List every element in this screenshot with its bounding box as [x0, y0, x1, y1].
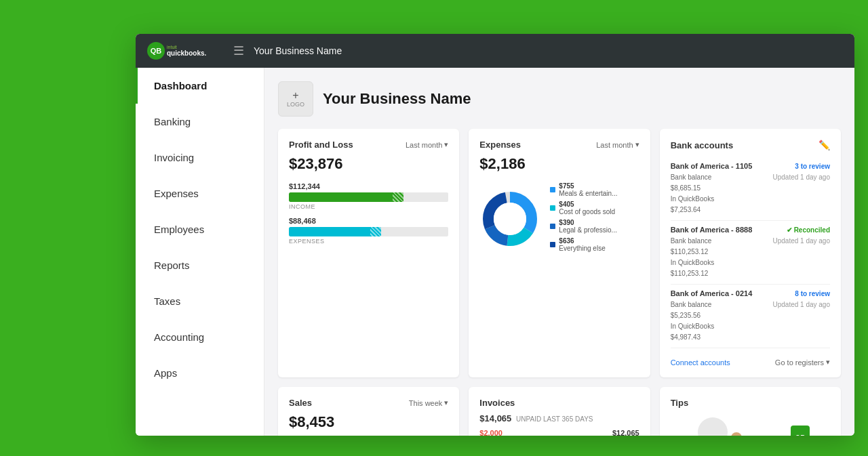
income-bar-track: [289, 192, 448, 202]
income-bar-row: $112,344 INCOME: [289, 182, 448, 210]
sales-period[interactable]: This week ▾: [409, 398, 449, 407]
bank-name-2: Bank of America - 8888: [671, 226, 753, 234]
expenses-donut-chart: [479, 188, 540, 249]
svg-point-29: [698, 417, 728, 436]
invoices-title: Invoices: [479, 398, 515, 408]
sidebar-item-apps[interactable]: Apps: [136, 355, 264, 391]
income-value: $112,344: [289, 182, 320, 190]
sidebar-item-invoicing[interactable]: Invoicing: [136, 140, 264, 175]
content-business-name: Your Business Name: [323, 90, 471, 108]
bank-title: Bank accounts: [671, 140, 733, 150]
bank-review-link-1[interactable]: 3 to review: [795, 163, 830, 170]
sidebar-item-taxes[interactable]: Taxes: [136, 283, 264, 319]
legend-dot-1: [550, 187, 555, 192]
sidebar-item-accounting[interactable]: Accounting: [136, 319, 264, 355]
bank-review-link-3[interactable]: 8 to review: [795, 290, 830, 297]
sidebar-item-dashboard[interactable]: Dashboard: [136, 68, 264, 104]
invoices-unpaid-amount: $14,065: [479, 413, 511, 423]
pnl-card-header: Profit and Loss Last month ▾: [289, 140, 448, 150]
expenses-bar-row: $88,468 EXPENSES: [289, 217, 448, 245]
bank-balance-label-1: Bank balance: [671, 172, 714, 183]
bank-updated-2: Updated 1 day ago: [772, 236, 830, 279]
legend-dot-3: [550, 224, 555, 229]
pnl-bars: $112,344 INCOME $88,468: [289, 182, 448, 245]
logo-placeholder[interactable]: + LOGO: [278, 81, 313, 117]
tips-svg: QB: [682, 412, 818, 436]
checkmark-icon: ✔: [787, 226, 792, 234]
content-header: + LOGO Your Business Name: [278, 81, 841, 117]
app-window: QB intuit quickbooks. ☰ Your Business Na…: [136, 34, 854, 436]
chevron-down-icon: ▾: [826, 358, 830, 367]
sidebar-item-reports[interactable]: Reports: [136, 247, 264, 283]
tips-title: Tips: [671, 398, 689, 408]
bank-balance-3: $5,235.56: [671, 310, 714, 321]
main-content: + LOGO Your Business Name Profit and Los…: [264, 68, 854, 436]
pnl-title: Profit and Loss: [289, 140, 353, 150]
hamburger-icon[interactable]: ☰: [233, 43, 244, 58]
expenses-card: Expenses Last month ▾ $2,186: [469, 129, 650, 377]
bank-balance-2: $110,253.12: [671, 247, 714, 257]
legend-item-2: $405 Cost of goods sold: [550, 201, 617, 215]
bank-account-item-1: Bank of America - 1105 3 to review Bank …: [671, 157, 830, 221]
chevron-down-icon: ▾: [444, 140, 448, 149]
income-bar-fill: [289, 192, 403, 202]
sales-amount: $8,453: [289, 413, 448, 431]
bank-updated-3: Updated 1 day ago: [772, 299, 830, 343]
qb-label-1: In QuickBooks: [671, 194, 714, 205]
pnl-period[interactable]: Last month ▾: [406, 140, 448, 149]
invoices-unpaid-section: $14,065 UNPAID LAST 365 DAYS: [479, 413, 639, 423]
chevron-down-icon: ▾: [444, 398, 448, 407]
qb-balance-1: $7,253.64: [671, 205, 714, 215]
sidebar-item-banking[interactable]: Banking: [136, 104, 264, 140]
tips-card-header: Tips: [671, 398, 830, 408]
nav-business-name: Your Business Name: [254, 45, 342, 56]
edit-icon[interactable]: ✏️: [818, 140, 830, 150]
sales-card-header: Sales This week ▾: [289, 398, 448, 408]
bank-balance-label-3: Bank balance: [671, 299, 714, 310]
expenses-card-header: Expenses Last month ▾: [479, 140, 639, 150]
svg-text:QB: QB: [151, 47, 162, 55]
bank-balance-label-2: Bank balance: [671, 236, 714, 247]
bank-card-header: Bank accounts ✏️: [671, 140, 830, 150]
svg-text:intuit: intuit: [167, 45, 177, 49]
reconciled-badge: ✔ Reconciled: [787, 226, 830, 234]
sales-card: Sales This week ▾ $8,453 $6,000 $4,000 $…: [278, 387, 459, 436]
expenses-title: Expenses: [479, 140, 521, 150]
tips-card: Tips: [660, 387, 841, 436]
income-label: INCOME: [289, 203, 448, 210]
expenses-content: $755 Meals & entertain... $405 Cost of g…: [479, 182, 639, 255]
bank-name-1: Bank of America - 1105: [671, 162, 753, 170]
expenses-label: EXPENSES: [289, 238, 448, 245]
pnl-card: Profit and Loss Last month ▾ $23,876 $11…: [278, 129, 459, 377]
legend-dot-2: [550, 205, 555, 211]
bank-account-item-2: Bank of America - 8888 ✔ Reconciled Bank…: [671, 221, 830, 285]
invoices-split: $2,000 OVERDUE $12,065 NOT DUE YET: [479, 429, 639, 436]
invoices-unpaid-label: UNPAID: [516, 415, 541, 423]
expenses-amount: $2,186: [479, 155, 639, 173]
invoices-card: Invoices $14,065 UNPAID LAST 365 DAYS $2…: [469, 387, 650, 436]
sales-title: Sales: [289, 398, 312, 408]
expenses-legend: $755 Meals & entertain... $405 Cost of g…: [550, 182, 617, 255]
connect-accounts-link[interactable]: Connect accounts: [671, 358, 730, 367]
qb-label-3: In QuickBooks: [671, 321, 714, 332]
dashboard-grid: Profit and Loss Last month ▾ $23,876 $11…: [278, 129, 841, 436]
bank-account-item-3: Bank of America - 0214 8 to review Bank …: [671, 285, 830, 348]
go-registers-link[interactable]: Go to registers ▾: [775, 358, 830, 367]
invoices-notdue-amount: $12,065: [598, 429, 639, 436]
sidebar-item-employees[interactable]: Employees: [136, 211, 264, 247]
qb-label-2: In QuickBooks: [671, 257, 714, 268]
expenses-bar-fill: [289, 227, 381, 236]
qb-balance-3: $4,987.43: [671, 332, 714, 343]
tips-illustration: QB: [671, 413, 830, 436]
bank-updated-1: Updated 1 day ago: [772, 172, 830, 215]
expenses-period[interactable]: Last month ▾: [596, 140, 639, 149]
legend-dot-4: [550, 242, 555, 247]
expenses-value: $88,468: [289, 217, 316, 225]
svg-text:quickbooks.: quickbooks.: [167, 49, 207, 57]
legend-item-4: $636 Everything else: [550, 237, 617, 252]
sidebar-item-expenses[interactable]: Expenses: [136, 175, 264, 211]
svg-point-9: [494, 203, 526, 235]
sidebar: Dashboard Banking Invoicing Expenses Emp…: [136, 68, 264, 436]
bank-name-3: Bank of America - 0214: [671, 289, 753, 297]
qb-logo-svg: QB intuit quickbooks.: [146, 41, 221, 60]
